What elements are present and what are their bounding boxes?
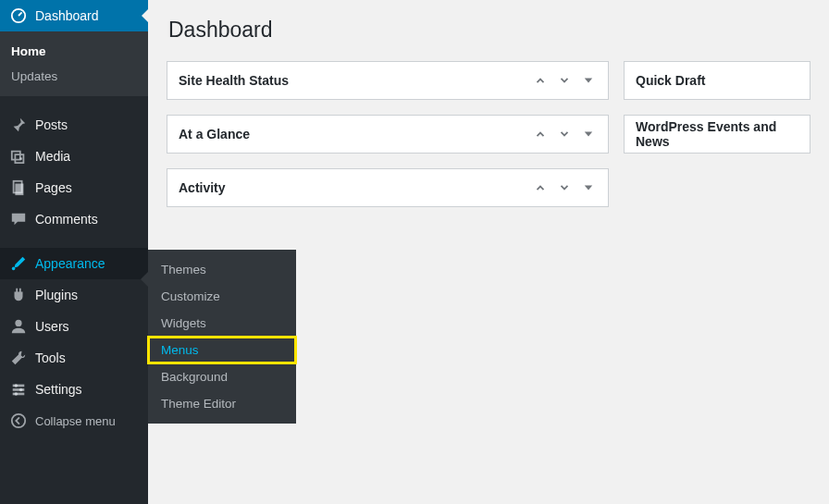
main-content: Dashboard Site Health Status At a Glance: [148, 0, 829, 226]
metabox-quick-draft: Quick Draft: [624, 61, 810, 100]
svg-rect-3: [15, 184, 23, 196]
pin-icon: [9, 116, 28, 134]
metabox-title: WordPress Events and News: [636, 119, 798, 149]
flyout-menus[interactable]: Menus: [148, 337, 296, 363]
svg-point-12: [12, 414, 25, 427]
sidebar-item-media[interactable]: Media: [0, 141, 148, 172]
sidebar-label: Settings: [35, 382, 82, 397]
metabox-events: WordPress Events and News: [624, 115, 810, 154]
metabox-title: Site Health Status: [179, 73, 532, 88]
sidebar-label: Dashboard: [35, 8, 99, 23]
metabox-header[interactable]: WordPress Events and News: [625, 116, 810, 153]
submenu-home[interactable]: Home: [0, 39, 148, 64]
toggle-icon[interactable]: [580, 74, 597, 87]
metabox-header[interactable]: At a Glance: [167, 116, 608, 153]
sidebar-label: Tools: [35, 350, 66, 365]
metabox-header[interactable]: Quick Draft: [625, 62, 810, 99]
flyout-themes[interactable]: Themes: [148, 256, 296, 283]
settings-icon: [9, 380, 28, 399]
toggle-icon[interactable]: [580, 128, 597, 141]
flyout-theme-editor[interactable]: Theme Editor: [148, 390, 296, 417]
svg-point-5: [15, 320, 21, 326]
page-icon: [9, 178, 28, 197]
move-down-icon[interactable]: [556, 74, 573, 87]
metabox-activity: Activity: [167, 168, 609, 207]
sidebar-label: Posts: [35, 117, 68, 132]
flyout-widgets[interactable]: Widgets: [148, 310, 296, 337]
user-icon: [9, 317, 28, 336]
flyout-customize[interactable]: Customize: [148, 283, 296, 310]
sidebar-label: Appearance: [35, 256, 105, 271]
sidebar-item-dashboard[interactable]: Dashboard: [0, 0, 148, 31]
move-up-icon[interactable]: [532, 74, 549, 87]
admin-sidebar: Dashboard Home Updates Posts Media Pages…: [0, 0, 148, 504]
column-right: Quick Draft WordPress Events and News: [624, 61, 810, 207]
submenu-updates[interactable]: Updates: [0, 64, 148, 89]
flyout-notch-icon: [141, 272, 148, 287]
svg-point-9: [15, 384, 19, 387]
svg-point-10: [19, 388, 23, 392]
appearance-flyout: Themes Customize Widgets Menus Backgroun…: [148, 250, 296, 424]
sidebar-label: Comments: [35, 212, 98, 227]
toggle-icon[interactable]: [580, 181, 597, 194]
dashboard-icon: [9, 6, 28, 25]
sidebar-label: Media: [35, 149, 70, 164]
comment-icon: [9, 210, 28, 228]
page-title: Dashboard: [167, 9, 810, 61]
media-icon: [9, 147, 28, 166]
sidebar-label: Collapse menu: [35, 414, 116, 428]
metabox-title: Activity: [179, 180, 532, 195]
column-left: Site Health Status At a Glance: [167, 61, 609, 207]
plugin-icon: [9, 286, 28, 304]
move-up-icon[interactable]: [532, 128, 549, 141]
sidebar-item-posts[interactable]: Posts: [0, 109, 148, 141]
sidebar-item-settings[interactable]: Settings: [0, 374, 148, 405]
dashboard-columns: Site Health Status At a Glance: [167, 61, 810, 207]
metabox-header[interactable]: Site Health Status: [167, 62, 608, 99]
metabox-site-health: Site Health Status: [167, 61, 609, 100]
svg-point-4: [12, 267, 16, 271]
sidebar-item-collapse[interactable]: Collapse menu: [0, 405, 148, 436]
sidebar-item-users[interactable]: Users: [0, 311, 148, 342]
svg-point-11: [15, 392, 19, 396]
sidebar-label: Users: [35, 319, 69, 334]
svg-point-1: [19, 157, 22, 160]
wrench-icon: [9, 349, 28, 367]
metabox-actions: [532, 74, 597, 87]
brush-icon: [9, 254, 28, 273]
metabox-header[interactable]: Activity: [167, 169, 608, 206]
metabox-title: Quick Draft: [636, 73, 798, 88]
sidebar-item-plugins[interactable]: Plugins: [0, 279, 148, 311]
move-down-icon[interactable]: [556, 128, 573, 141]
flyout-background[interactable]: Background: [148, 363, 296, 390]
sidebar-item-pages[interactable]: Pages: [0, 172, 148, 203]
move-down-icon[interactable]: [556, 181, 573, 194]
metabox-at-a-glance: At a Glance: [167, 115, 609, 154]
metabox-actions: [532, 181, 597, 194]
move-up-icon[interactable]: [532, 181, 549, 194]
sidebar-item-comments[interactable]: Comments: [0, 203, 148, 235]
sidebar-item-tools[interactable]: Tools: [0, 342, 148, 374]
sidebar-label: Plugins: [35, 288, 78, 302]
metabox-title: At a Glance: [179, 127, 532, 141]
sidebar-item-appearance[interactable]: Appearance: [0, 248, 148, 279]
metabox-actions: [532, 128, 597, 141]
sidebar-label: Pages: [35, 180, 72, 195]
collapse-icon: [9, 412, 28, 430]
dashboard-submenu: Home Updates: [0, 31, 148, 96]
